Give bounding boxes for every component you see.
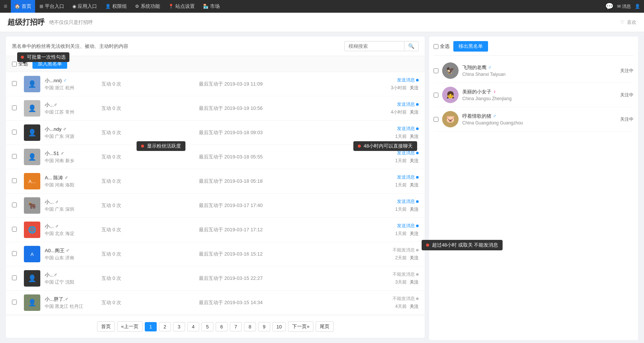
fan-row: 🐂 小... ♂ 中国 广东 深圳 互动 0 次 最后互动于 2019-03-1… bbox=[6, 194, 425, 218]
batch-tip-tooltip: 可批量一次性勾选 bbox=[17, 52, 69, 62]
fan-avatar-9: 👤 bbox=[24, 294, 40, 311]
page-subtitle: 绝不仅仅只是打招呼 bbox=[49, 19, 93, 26]
fan-last-active-0: 最后互动于 2019-03-19 11:09 bbox=[199, 81, 384, 87]
send-message-btn-2[interactable]: 发送消息 bbox=[397, 126, 419, 132]
menu-icon[interactable]: ≡ bbox=[4, 3, 7, 10]
search-controls: 🔍 bbox=[344, 41, 419, 51]
fan-avatar-6: 🌐 bbox=[24, 222, 40, 238]
nav-site-settings[interactable]: 📍 站点设置 bbox=[165, 0, 198, 13]
fan-info-0: 小...nni) ♂ 中国 浙江 杭州 bbox=[45, 77, 97, 91]
remove-blacklist-button[interactable]: 移出黑名单 bbox=[453, 41, 488, 52]
mail-icon: ✉ bbox=[617, 4, 621, 9]
blacklist-select-all-checkbox[interactable] bbox=[434, 44, 438, 49]
fan-row: 👤 小...51 ♂ 中国 河南 新乡 互动 0 次 最后互动于 2019-03… bbox=[6, 145, 425, 169]
blacklist-item: 🐷 哼着情歌的猪 ♂ China Guangdong Guangzhou 关注中 bbox=[434, 107, 634, 132]
fan-location-0: 中国 浙江 杭州 bbox=[45, 85, 97, 91]
site-settings-icon: 📍 bbox=[168, 4, 174, 9]
pagination-first[interactable]: 首页 bbox=[97, 321, 115, 332]
nav-market[interactable]: 🏪 市场 bbox=[199, 0, 223, 13]
blacklist-name-0: 飞翔的老鹰 ♂ bbox=[462, 64, 616, 71]
fan-avatar-5: 🐂 bbox=[24, 197, 40, 214]
heart-icon: ♡ bbox=[620, 19, 625, 25]
fan-row: A A0...阁王 ♂ 中国 山东 济南 互动 0 次 最后互动于 2019-0… bbox=[6, 242, 425, 266]
page-header: 超级打招呼 绝不仅仅只是打招呼 ♡ 喜欢 bbox=[0, 13, 644, 32]
pagination-page-5[interactable]: 5 bbox=[201, 322, 213, 331]
blacklist-follow-2[interactable]: 关注中 bbox=[620, 116, 634, 123]
fan-interaction-0: 互动 0 次 bbox=[101, 81, 194, 87]
pagination-page-3[interactable]: 3 bbox=[173, 322, 185, 331]
fan-row: 👤 小...♂ 中国 江苏 常州 互动 0 次 最后互动于 2019-03-19… bbox=[6, 96, 425, 121]
blacklist-name-2: 哼着情歌的猪 ♂ bbox=[462, 113, 616, 120]
fan-row: 🌐 小... ♂ 中国 北京 海淀 互动 0 次 最后互动于 2019-03-1… bbox=[6, 218, 425, 242]
fan-avatar-2: 👤 bbox=[24, 124, 40, 141]
send-message-btn-0[interactable]: 发送消息 bbox=[397, 77, 419, 83]
pagination-page-10[interactable]: 10 bbox=[272, 322, 286, 331]
send-message-btn-6[interactable]: 发送消息 bbox=[397, 223, 419, 229]
blacklist-item-check-1[interactable] bbox=[434, 93, 438, 98]
follow-btn-0[interactable]: 关注 bbox=[410, 85, 419, 91]
nav-system[interactable]: ⚙ 系统功能 bbox=[131, 0, 164, 13]
search-input[interactable] bbox=[344, 41, 404, 51]
pagination-page-9[interactable]: 9 bbox=[258, 322, 270, 331]
blacklist-item-check-0[interactable] bbox=[434, 68, 438, 73]
fan-avatar-3: 👤 bbox=[24, 149, 40, 165]
send-message-btn-1[interactable]: 发送消息 bbox=[397, 101, 419, 108]
pagination-page-6[interactable]: 6 bbox=[216, 322, 228, 331]
fan-row: 👤 小...ndy ♂ 中国 广东 河源 互动 0 次 最后互动于 2019-0… bbox=[6, 121, 425, 145]
blacklist-follow-1[interactable]: 关注中 bbox=[620, 92, 634, 98]
blacklist-avatar-2: 🐷 bbox=[442, 111, 459, 127]
pagination-page-7[interactable]: 7 bbox=[230, 322, 242, 331]
pagination-page-8[interactable]: 8 bbox=[244, 322, 256, 331]
send-message-btn-5[interactable]: 发送消息 bbox=[397, 198, 419, 205]
send-message-btn-3[interactable]: 发送消息 bbox=[397, 150, 419, 156]
blacklist-description: 黑名单中的粉丝将无法收到关注、被动、主动时的内容 bbox=[12, 43, 128, 50]
favorite-btn[interactable]: ♡ 喜欢 bbox=[620, 19, 637, 26]
search-button[interactable]: 🔍 bbox=[404, 41, 419, 51]
nav-right-actions: 💬 ✉ 消息 👤 bbox=[605, 2, 640, 10]
select-all-checkbox[interactable] bbox=[12, 62, 17, 67]
pagination-page-4[interactable]: 4 bbox=[187, 322, 199, 331]
page-title: 超级打招呼 bbox=[7, 17, 45, 27]
bulk-action-bar: 可批量一次性勾选 全选 加入黑名单 bbox=[6, 56, 425, 72]
fan-name-0: 小...nni) ♂ bbox=[45, 77, 97, 84]
fan-avatar-0: 👤 bbox=[24, 76, 40, 92]
time-ago-0: 3小时前 bbox=[391, 85, 407, 91]
fans-table: 👤 小...nni) ♂ 中国 浙江 杭州 互动 0 次 最后互动于 2019-… bbox=[6, 72, 425, 315]
user-icon: 👤 bbox=[635, 4, 640, 9]
app-icon: ◉ bbox=[72, 4, 76, 9]
messages-btn[interactable]: ✉ 消息 bbox=[617, 3, 631, 10]
blacklist-header: 全选 移出黑名单 bbox=[434, 41, 634, 56]
batch-tip-dot bbox=[21, 56, 24, 59]
pagination-page-2[interactable]: 2 bbox=[159, 322, 171, 331]
pagination: 首页 «上一页 1 2 3 4 5 6 7 8 9 10 下一页» 尾页 bbox=[6, 315, 425, 338]
blacklist-follow-0[interactable]: 关注中 bbox=[620, 68, 634, 74]
blacklist-info-2: 哼着情歌的猪 ♂ China Guangdong Guangzhou bbox=[462, 113, 616, 126]
fan-checkbox-0[interactable] bbox=[12, 81, 19, 87]
send-message-btn-4[interactable]: 发送消息 bbox=[397, 174, 419, 180]
over48-tooltip: 超过48小时 或取关 不能发消息 bbox=[422, 240, 503, 250]
pagination-last[interactable]: 尾页 bbox=[316, 321, 334, 332]
blacklist-item-check-2[interactable] bbox=[434, 117, 438, 122]
fan-row: 👤 小...nni) ♂ 中国 浙江 杭州 互动 0 次 最后互动于 2019-… bbox=[6, 72, 425, 96]
platform-icon: ⊞ bbox=[40, 4, 43, 9]
pagination-next[interactable]: 下一页» bbox=[288, 321, 313, 332]
nav-platform[interactable]: ⊞ 平台入口 bbox=[36, 0, 68, 13]
fans-panel: 黑名单中的粉丝将无法收到关注、被动、主动时的内容 🔍 可批量一次性勾选 全选 加… bbox=[6, 37, 425, 338]
fan-actions-0: 发送消息 3小时前 关注 bbox=[389, 77, 419, 91]
fan-info-1: 小...♂ 中国 江苏 常州 bbox=[45, 102, 97, 115]
fans-section: 显示粉丝活跃度 48小时内可以直接聊天 👤 小...nni) ♂ bbox=[6, 72, 425, 315]
system-icon: ⚙ bbox=[135, 4, 139, 9]
nav-app[interactable]: ◉ 应用入口 bbox=[69, 0, 101, 13]
wechat-icon: 💬 bbox=[605, 2, 613, 10]
fan-row: A... A... 陈涛 ♂ 中国 河南 洛阳 互动 0 次 最后互动于 201… bbox=[6, 169, 425, 194]
blacklist-name-1: 美丽的小女子 ♀ bbox=[462, 89, 616, 95]
fan-row: 👤 小...♂ 中国 辽宁 沈阳 互动 0 次 最后互动于 2019-03-15… bbox=[6, 266, 425, 291]
blacklist-avatar-1: 👧 bbox=[442, 87, 459, 103]
nav-permissions[interactable]: 👤 权限组 bbox=[101, 0, 131, 13]
pagination-prev[interactable]: «上一页 bbox=[117, 321, 143, 332]
blacklist-select-all-label[interactable]: 全选 bbox=[434, 43, 450, 50]
main-layout: 黑名单中的粉丝将无法收到关注、被动、主动时的内容 🔍 可批量一次性勾选 全选 加… bbox=[0, 32, 644, 343]
nav-home[interactable]: 🏠 首页 bbox=[11, 0, 35, 13]
fan-avatar-7: A bbox=[24, 246, 40, 262]
pagination-page-1[interactable]: 1 bbox=[145, 322, 157, 331]
